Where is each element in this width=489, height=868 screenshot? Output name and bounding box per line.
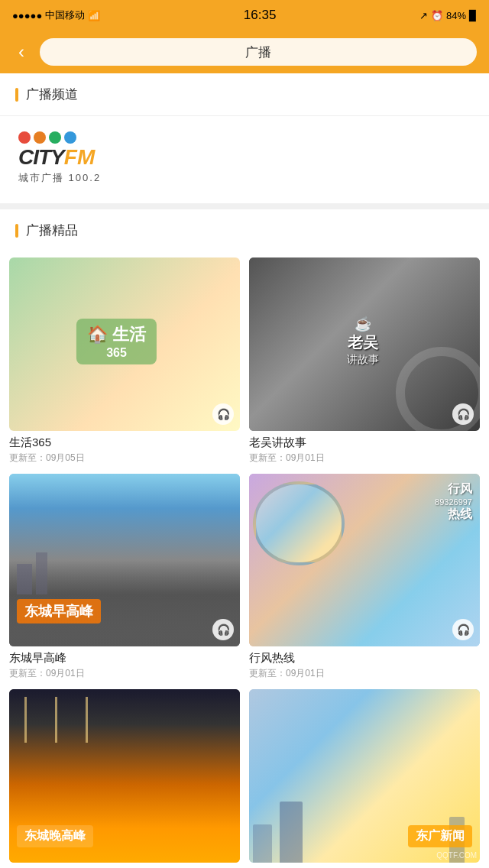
- dongcheng-title: 东城早高峰: [9, 651, 240, 666]
- premium-section-title: 广播精品: [26, 222, 78, 239]
- xingfeng-date: 更新至：09月01日: [249, 667, 480, 680]
- circle-green: [49, 131, 61, 144]
- life365-overlay: 🏠 生活 365: [76, 319, 157, 364]
- logo-top-row: CITY FM: [18, 131, 98, 170]
- card-dongcheng-evening[interactable]: 东城晚高峰 东城晚高峰: [9, 689, 240, 868]
- status-time: 16:35: [244, 8, 277, 23]
- dongguang-main: 东广新闻: [416, 828, 465, 844]
- wifi-icon: 📶: [88, 10, 100, 21]
- header: ‹ 广播: [0, 31, 489, 73]
- premium-section-header: 广播精品: [0, 209, 489, 251]
- headphone-icon-4: 🎧: [452, 619, 474, 640]
- dongcheng-main: 东城早高峰: [24, 602, 93, 620]
- city-text: CITY: [18, 145, 64, 170]
- channel-section-title: 广播频道: [26, 86, 78, 103]
- house-icon: 🏠: [87, 325, 108, 344]
- card-laowu[interactable]: ☕ 老吴 讲故事 🎧 老吴讲故事 更新至：09月01日: [249, 257, 480, 465]
- location-icon: ↗: [419, 10, 428, 21]
- life365-sub: 365: [87, 346, 146, 360]
- battery-label: 84%: [446, 10, 466, 21]
- card-thumb-dongguang: 东广新闻 QQTF.COM: [249, 689, 480, 863]
- watermark: QQTF.COM: [436, 851, 477, 860]
- card-dongcheng-morning[interactable]: 东城早高峰 🎧 东城早高峰 更新至：09月01日: [9, 474, 240, 681]
- cards-grid: 🏠 生活 365 🎧 生活365 更新至：09月05日 ☕ 老吴: [0, 251, 489, 868]
- life365-date: 更新至：09月05日: [9, 452, 240, 465]
- laowu-overlay: ☕ 老吴 讲故事: [347, 316, 379, 367]
- headphone-icon-1: 🎧: [212, 403, 234, 425]
- headphone-icon-3: 🎧: [212, 619, 234, 640]
- card-life365[interactable]: 🏠 生活 365 🎧 生活365 更新至：09月05日: [9, 257, 240, 465]
- city-subtitle: 城市广播 100.2: [18, 171, 101, 185]
- card-xingfeng[interactable]: 行风 89326997 热线 🎧 行风热线 更新至：09月01日: [249, 474, 480, 681]
- card-dongguang[interactable]: 东广新闻 QQTF.COM 东广新闻: [249, 689, 480, 868]
- premium-section: 广播精品 🏠 生活 365 🎧 生活365 更新至：09月05日: [0, 209, 489, 868]
- xingfeng-main: 行风: [435, 481, 472, 497]
- dongcheng-date: 更新至：09月01日: [9, 667, 240, 680]
- status-bar: ●●●●● 中国移动 📶 16:35 ↗ ⏰ 84% ▉: [0, 0, 489, 31]
- back-button[interactable]: ‹: [12, 38, 31, 66]
- status-right: ↗ ⏰ 84% ▉: [419, 10, 477, 21]
- laowu-date: 更新至：09月01日: [249, 452, 480, 465]
- city-fm-logo[interactable]: CITY FM 城市广播 100.2: [18, 131, 471, 185]
- logo-circles: [18, 131, 95, 144]
- card-thumb-dongcheng2: 东城晚高峰: [9, 689, 240, 863]
- header-title-pill: 广播: [40, 38, 477, 66]
- card-thumb-life365: 🏠 生活 365 🎧: [9, 257, 240, 431]
- laowu-sub: 讲故事: [347, 353, 379, 367]
- premium-section-bar: [15, 224, 18, 238]
- channel-section-header: 广播频道: [0, 73, 489, 116]
- life365-main: 🏠 生活: [87, 323, 146, 346]
- life365-title: 生活365: [9, 436, 240, 450]
- circle-orange: [34, 131, 46, 144]
- carrier-label: 中国移动: [45, 8, 85, 22]
- laowu-main: 老吴: [347, 332, 379, 353]
- headphone-icon-2: 🎧: [452, 403, 474, 425]
- xingfeng-phone: 89326997: [435, 497, 472, 507]
- xingfeng-overlay: 行风 89326997 热线: [435, 481, 472, 523]
- section-bar-accent: [15, 88, 18, 102]
- dongcheng-overlay: 东城早高峰: [17, 599, 101, 623]
- dongcheng2-main: 东城晚高峰: [24, 828, 86, 844]
- channel-section: CITY FM 城市广播 100.2: [0, 116, 489, 209]
- xingfeng-hot: 热线: [435, 507, 472, 523]
- card-thumb-dongcheng: 东城早高峰 🎧: [9, 474, 240, 647]
- circle-red: [18, 131, 31, 144]
- dongcheng2-overlay: 东城晚高峰: [17, 825, 93, 847]
- fm-text: FM: [64, 145, 95, 170]
- battery-icon: ▉: [469, 10, 477, 21]
- laowu-title: 老吴讲故事: [249, 436, 480, 450]
- xingfeng-title: 行风热线: [249, 651, 480, 666]
- dongguang-overlay: 东广新闻: [408, 825, 472, 847]
- circle-blue: [64, 131, 76, 144]
- page-title: 广播: [245, 44, 271, 61]
- status-left: ●●●●● 中国移动 📶: [12, 8, 100, 22]
- card-thumb-laowu: ☕ 老吴 讲故事 🎧: [249, 257, 480, 431]
- signal-dots: ●●●●●: [12, 10, 42, 21]
- alarm-icon: ⏰: [431, 10, 443, 21]
- card-thumb-xingfeng: 行风 89326997 热线 🎧: [249, 474, 480, 647]
